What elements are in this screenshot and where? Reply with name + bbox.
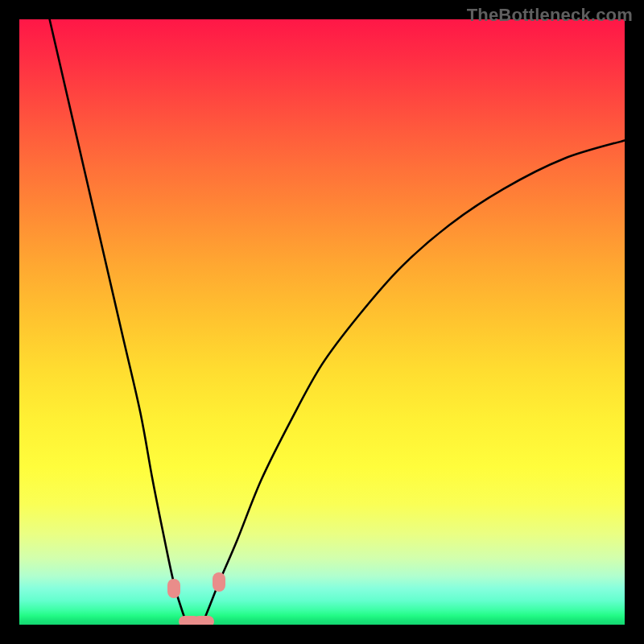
- curve-path: [50, 19, 625, 625]
- curve-marker-bottom-right: [193, 616, 214, 625]
- watermark-text: TheBottleneck.com: [467, 5, 633, 26]
- chart-frame: TheBottleneck.com: [0, 0, 644, 644]
- bottleneck-curve: [19, 19, 625, 625]
- curve-marker-right-upper: [213, 572, 225, 592]
- plot-area: [19, 19, 625, 625]
- curve-marker-left-upper: [167, 579, 180, 598]
